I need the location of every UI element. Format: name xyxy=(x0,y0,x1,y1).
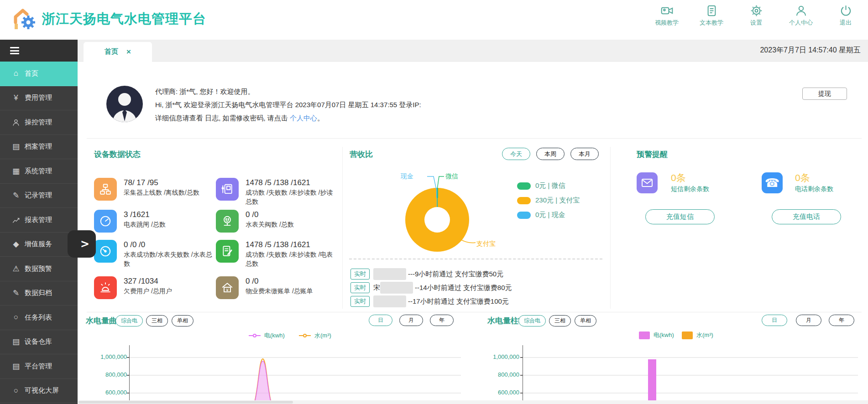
sidebar-item-task-list[interactable]: ○任务列表 xyxy=(0,306,78,330)
stat-meter-read: 1478 /5 /138 /1621成功数 /失败数 /未抄读数 /抄读总数 xyxy=(216,178,336,206)
bar-mode-combined-button[interactable]: 综合电 xyxy=(518,315,546,326)
nav-label: 文本教学 xyxy=(700,19,723,27)
sidebar-menu: ⌂首页 ¥费用管理 操控管理 ▤档案管理 ▦系统管理 ✎记录管理 报表管理 ◆增… xyxy=(0,62,78,403)
redacted-name xyxy=(373,295,406,307)
bar-legend-electric: 电(kwh) xyxy=(639,331,674,339)
personal-center-link[interactable]: 个人中心 xyxy=(290,114,317,122)
personal-center-button[interactable]: 个人中心 xyxy=(787,5,815,27)
bar-range-year-button[interactable]: 年 xyxy=(829,315,854,326)
sidebar-item-platform-mgmt[interactable]: ▤平台管理 xyxy=(0,354,78,379)
welcome-line2: Hi, 浙*气 欢迎登录浙江天扬电气水电管理平台 2023年07月07日 星期五… xyxy=(155,98,421,111)
redacted-name xyxy=(373,268,406,280)
app-title: 浙江天扬电气水电管理平台 xyxy=(42,10,206,28)
app-header: 浙江天扬电气水电管理平台 视频教学 文本教学 设置 个人中心 退出 xyxy=(0,0,868,40)
stat-collector: 78/ 17 /95采集器上线数 /离线数/总数 xyxy=(94,178,199,201)
line-mode-singlephase-button[interactable]: 单相 xyxy=(172,315,193,326)
datetime-display: 2023年7月7日 14:57:40 星期五 xyxy=(760,46,861,55)
breaker-gauge-icon xyxy=(94,210,117,233)
bar-legend-water: 水(m³) xyxy=(682,331,713,339)
recharge-sms-button[interactable]: 充值短信 xyxy=(645,209,715,224)
sidebar-item-device-store[interactable]: ▤设备仓库 xyxy=(0,330,78,355)
sidebar-item-data-archive[interactable]: ✎数据归档 xyxy=(0,281,78,306)
gridline xyxy=(523,357,858,358)
bar-chart-bar-electric xyxy=(648,359,656,404)
task-list-icon: ○ xyxy=(9,313,23,322)
phone-remaining-label: 电话剩余条数 xyxy=(795,185,833,193)
sidebar-item-report-mgmt[interactable]: 报表管理 xyxy=(0,208,78,233)
bar-range-day-button[interactable]: 日 xyxy=(762,315,787,326)
horizontal-scrollbar[interactable] xyxy=(78,400,868,404)
value-added-icon: ◆ xyxy=(9,239,23,249)
line-range-year-button[interactable]: 年 xyxy=(430,315,454,326)
text-tutorial-button[interactable]: 文本教学 xyxy=(697,5,726,27)
home-icon: ⌂ xyxy=(9,69,23,78)
divider xyxy=(87,138,862,139)
stat-water-valve: 0 /0水表关阀数 /总数 xyxy=(216,210,294,233)
sms-remaining-label: 短信剩余条数 xyxy=(671,185,709,193)
control-person-icon xyxy=(9,118,23,127)
logout-button[interactable]: 退出 xyxy=(831,5,860,27)
video-tutorial-button[interactable]: 视频教学 xyxy=(653,5,681,27)
period-today-button[interactable]: 今天 xyxy=(502,148,530,160)
settings-button[interactable]: 设置 xyxy=(742,5,770,27)
close-icon[interactable]: × xyxy=(126,47,131,57)
phone-icon: ☎ xyxy=(762,172,783,193)
line-marker-icon xyxy=(299,334,311,337)
alerts-title: 预警提醒 xyxy=(637,149,668,160)
sidebar-expand-button[interactable]: > xyxy=(68,230,96,258)
nav-label: 个人中心 xyxy=(789,19,813,27)
legend-swatch xyxy=(517,212,531,219)
y-tick-label: 600,000 xyxy=(94,389,127,396)
sidebar-item-fee-mgmt[interactable]: ¥费用管理 xyxy=(0,86,78,111)
period-week-button[interactable]: 本周 xyxy=(536,148,565,160)
bar-range-month-button[interactable]: 月 xyxy=(796,315,821,326)
device-store-icon: ▤ xyxy=(9,337,23,347)
legend-swatch xyxy=(517,182,531,190)
app-root: 浙江天扬电气水电管理平台 视频教学 文本教学 设置 个人中心 退出 xyxy=(0,0,868,404)
sidebar-item-system-mgmt[interactable]: ▦系统管理 xyxy=(0,159,78,184)
system-icon: ▦ xyxy=(9,166,23,176)
gridline xyxy=(523,375,858,376)
stat-arrears: 327 /1034欠费用户 /总用户 xyxy=(94,276,172,299)
sidebar-item-control-mgmt[interactable]: 操控管理 xyxy=(0,110,78,135)
meter-read-icon xyxy=(216,178,239,201)
sidebar-item-archive-mgmt[interactable]: ▤档案管理 xyxy=(0,135,78,160)
platform-icon: ▤ xyxy=(9,362,23,371)
scrollbar-thumb[interactable] xyxy=(78,401,293,404)
legend-swatch xyxy=(639,331,650,339)
donut-label-cash: 现金 xyxy=(401,172,413,181)
sidebar-item-bigscreen[interactable]: ○可视化大屏 xyxy=(0,379,78,404)
line-mode-combined-button[interactable]: 综合电 xyxy=(115,315,143,326)
avatar xyxy=(106,86,143,122)
stat-water-meter: 0 /0 /0水表成功数/水表失败数 /水表总数 xyxy=(94,240,214,268)
revenue-title: 营收比 xyxy=(350,149,373,160)
bar-mode-singlephase-button[interactable]: 单相 xyxy=(575,315,596,326)
gear-part xyxy=(21,16,35,29)
hamburger-icon xyxy=(10,47,19,54)
bar-mode-threephase-button[interactable]: 三相 xyxy=(549,315,571,326)
donut-label-wechat: 微信 xyxy=(445,172,458,181)
record-icon: ✎ xyxy=(9,191,23,200)
recharge-phone-button[interactable]: 充值电话 xyxy=(772,209,841,224)
welcome-line1: 代理商: 浙*气, 您好！欢迎使用。 xyxy=(155,85,421,98)
line-chart-plot xyxy=(130,346,461,404)
sidebar-item-value-added[interactable]: ◆增值服务 xyxy=(0,233,78,257)
sidebar-item-home[interactable]: ⌂首页 xyxy=(0,62,78,86)
report-chart-icon xyxy=(9,215,23,224)
welcome-text: 代理商: 浙*气, 您好！欢迎使用。 Hi, 浙*气 欢迎登录浙江天扬电气水电管… xyxy=(155,85,421,124)
column-divider xyxy=(610,147,611,309)
line-legend-electric: 电(kwh) xyxy=(249,331,285,340)
sidebar: ⌂首页 ¥费用管理 操控管理 ▤档案管理 ▦系统管理 ✎记录管理 报表管理 ◆增… xyxy=(0,40,78,404)
period-month-button[interactable]: 本月 xyxy=(570,148,599,160)
tab-home[interactable]: 首页 × xyxy=(84,42,152,62)
line-range-day-button[interactable]: 日 xyxy=(369,315,392,326)
line-range-month-button[interactable]: 月 xyxy=(399,315,423,326)
emeter-doc-icon xyxy=(216,240,239,263)
person-icon xyxy=(795,5,807,17)
line-mode-threephase-button[interactable]: 三相 xyxy=(146,315,168,326)
withdraw-button[interactable]: 提现 xyxy=(802,88,847,100)
sidebar-item-data-alert[interactable]: ⚠数据预警 xyxy=(0,257,78,281)
nav-label: 退出 xyxy=(840,19,852,27)
sidebar-item-record-mgmt[interactable]: ✎记录管理 xyxy=(0,184,78,208)
sidebar-collapse-button[interactable] xyxy=(0,40,78,62)
